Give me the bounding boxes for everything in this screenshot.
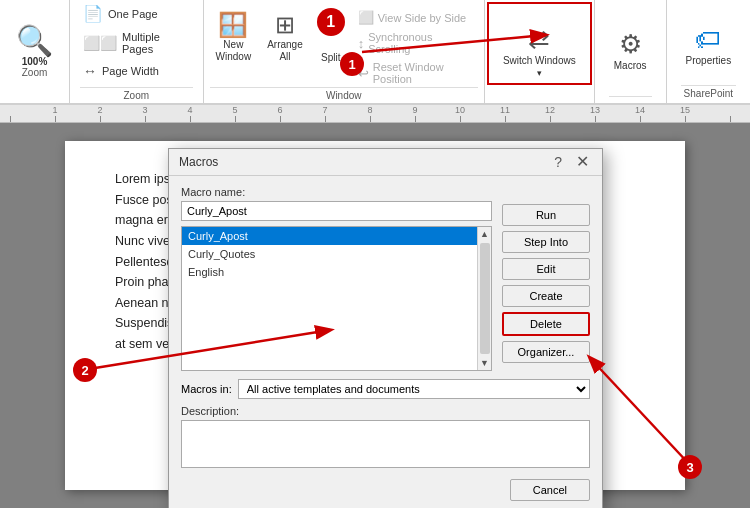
macros-icon: ⚙ — [619, 29, 642, 60]
zoom-percent-label: 100% — [22, 56, 48, 67]
dialog-title: Macros — [179, 155, 218, 169]
step-into-button[interactable]: Step Into — [502, 231, 590, 253]
sharepoint-section: 🏷 Properties SharePoint — [667, 0, 750, 103]
cancel-button[interactable]: Cancel — [510, 479, 590, 501]
macros-in-label: Macros in: — [181, 383, 232, 395]
one-page-button[interactable]: 📄 One Page — [80, 2, 193, 25]
properties-button[interactable]: 🏷 Properties — [680, 4, 738, 85]
split-label: Split — [321, 52, 340, 63]
switch-windows-button[interactable]: ⇄ Switch Windows ▾ — [495, 4, 584, 99]
page-width-icon: ↔ — [83, 63, 97, 79]
multiple-pages-button[interactable]: ⬜⬜ Multiple Pages — [80, 29, 193, 57]
dialog-titlebar: Macros ? ✕ — [169, 149, 602, 176]
reset-window-label: Reset Window Position — [373, 61, 475, 85]
dialog-close-button[interactable]: ✕ — [573, 154, 592, 170]
organizer-button[interactable]: Organizer... — [502, 341, 590, 363]
macros-button[interactable]: ⚙ Macros — [608, 4, 653, 96]
switch-windows-section: ⇄ Switch Windows ▾ — [485, 0, 595, 103]
scrollbar-up[interactable]: ▲ — [478, 227, 491, 241]
macros-label: Macros — [614, 60, 647, 71]
macro-list: Curly_Apost Curly_Quotes English ▲ ▼ — [181, 226, 492, 371]
ribbon: 🔍 100% Zoom 📄 One Page ⬜⬜ Multiple Pages… — [0, 0, 750, 105]
arrange-all-label: ArrangeAll — [267, 39, 303, 63]
one-page-label: One Page — [108, 8, 158, 20]
new-window-button[interactable]: 🪟 NewWindow — [210, 7, 258, 67]
run-button[interactable]: Run — [502, 204, 590, 226]
multiple-pages-icon: ⬜⬜ — [83, 35, 117, 51]
macro-item-curly-apost-selected[interactable]: Curly_Apost — [182, 227, 477, 245]
sync-scroll-label: Synchronous Scrolling — [368, 31, 475, 55]
macro-item-curly-quotes[interactable]: Curly_Quotes — [182, 245, 477, 263]
macro-name-input[interactable] — [181, 201, 492, 221]
delete-button[interactable]: Delete — [502, 312, 590, 336]
zoom-button[interactable]: 🔍 100% Zoom — [16, 26, 53, 78]
view-side-by-side-label: View Side by Side — [378, 12, 466, 24]
scrollbar-down[interactable]: ▼ — [478, 356, 491, 370]
magnifier-icon: 🔍 — [16, 26, 53, 56]
arrange-all-icon: ⊞ — [275, 11, 295, 39]
dialog-help-button[interactable]: ? — [551, 154, 565, 170]
properties-icon: 🏷 — [695, 24, 721, 55]
window-section-label: Window — [210, 87, 478, 101]
switch-windows-icon: ⇄ — [528, 24, 550, 55]
page-width-button[interactable]: ↔ Page Width — [80, 61, 193, 81]
sharepoint-label: SharePoint — [681, 85, 736, 99]
macro-name-label: Macro name: — [181, 186, 492, 198]
macros-in-select[interactable]: All active templates and documents — [238, 379, 590, 399]
page-width-label: Page Width — [102, 65, 159, 77]
new-window-icon: 🪟 — [218, 11, 248, 39]
synchronous-scrolling-button[interactable]: ↕ Synchronous Scrolling — [355, 29, 478, 57]
zoom-section: 🔍 100% Zoom — [0, 0, 70, 103]
callout-1: 1 — [340, 52, 364, 76]
one-page-icon: 📄 — [83, 4, 103, 23]
description-textarea[interactable] — [181, 420, 590, 468]
zoom-section-label: Zoom — [80, 87, 193, 101]
ruler: (function() { var ruler = document.curre… — [0, 105, 750, 123]
callout-3: 3 — [678, 455, 702, 479]
description-label: Description: — [181, 405, 590, 417]
window-section: 🪟 NewWindow ⊞ ArrangeAll 1 ⊟ Split ⬜ Vie… — [204, 0, 485, 103]
macros-dialog: Macros ? ✕ Macro name: Curly_Apost Curly… — [168, 148, 603, 508]
arrange-all-button[interactable]: ⊞ ArrangeAll — [261, 7, 309, 67]
create-button[interactable]: Create — [502, 285, 590, 307]
zoom-label: Zoom — [22, 67, 48, 78]
reset-window-button[interactable]: ↩ Reset Window Position — [355, 59, 478, 87]
macro-item-english[interactable]: English — [182, 263, 477, 281]
macros-section: ⚙ Macros — [595, 0, 667, 103]
multiple-pages-label: Multiple Pages — [122, 31, 190, 55]
callout-2: 2 — [73, 358, 97, 382]
view-side-by-side-button[interactable]: ⬜ View Side by Side — [355, 8, 478, 27]
sync-scroll-icon: ↕ — [358, 36, 365, 51]
new-window-label: NewWindow — [216, 39, 252, 63]
page-view-section: 📄 One Page ⬜⬜ Multiple Pages ↔ Page Widt… — [70, 0, 204, 103]
properties-label: Properties — [686, 55, 732, 66]
view-side-by-side-icon: ⬜ — [358, 10, 374, 25]
edit-button[interactable]: Edit — [502, 258, 590, 280]
macros-section-label — [609, 96, 652, 99]
switch-windows-label: Switch Windows ▾ — [501, 55, 578, 79]
